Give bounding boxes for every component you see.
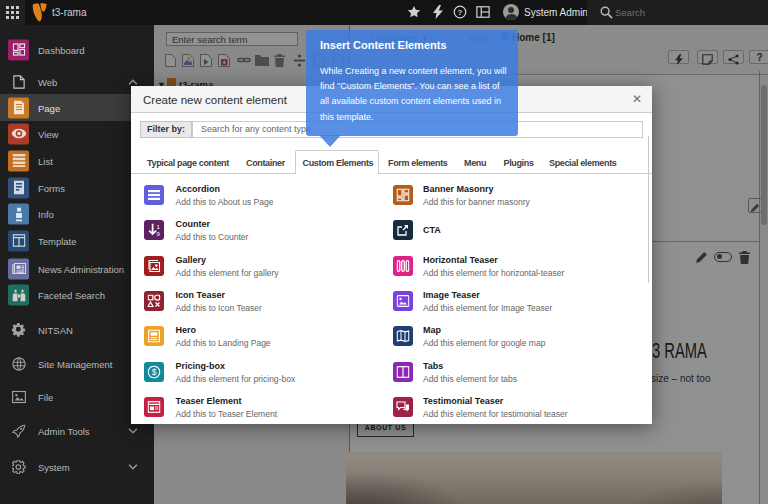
svg-text:1: 1 [157,224,161,230]
svg-text:$: $ [152,367,157,377]
svg-text:?: ? [458,8,463,17]
svg-text:9: 9 [157,231,161,237]
